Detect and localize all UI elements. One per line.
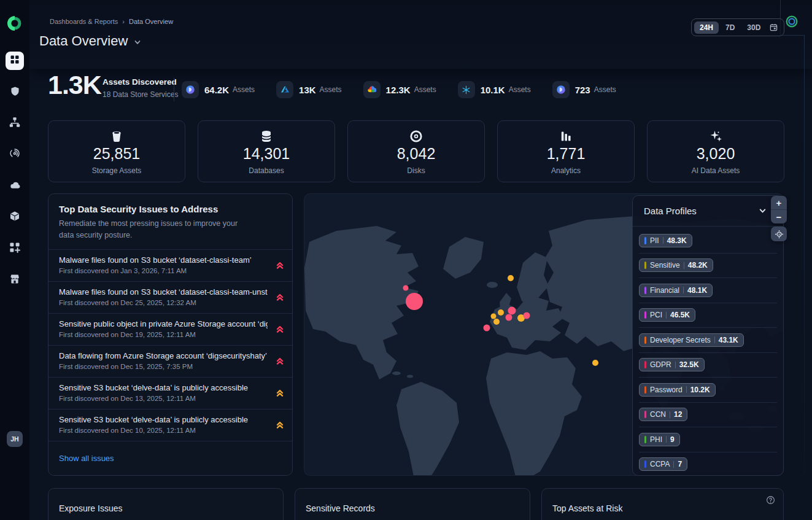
chevron-down-icon[interactable] [758,206,767,218]
issue-discovered-date: First discovered on Dec 13, 2025, 12:11 … [59,395,268,402]
stat-card-ai-data-assets[interactable]: 3,020AI Data Assets [647,120,784,182]
issue-discovered-date: First discovered on Dec 25, 2025, 12:32 … [59,299,268,306]
data-profile-tag-phi[interactable]: PHI9 [639,433,680,446]
stat-value: 8,042 [397,145,436,163]
shield-icon [10,86,20,99]
breadcrumb-item[interactable]: Dashboards & Reports [50,18,118,25]
orb-gradient-icon [552,81,570,98]
issue-discovered-date: First discovered on Dec 10, 2025, 12:11 … [59,427,268,434]
divider [684,262,684,269]
exposure-issues-panel: Exposure Issues [48,488,284,520]
issue-row[interactable]: Malware files found on S3 bucket ‘datase… [48,282,292,314]
stat-label: Databases [249,166,284,175]
map-data-dot-amber[interactable] [508,275,514,281]
map-data-dot-pink[interactable] [506,314,512,321]
data-profile-tag-ccn[interactable]: CCN12 [639,408,687,421]
tag-count: 48.2K [688,261,708,270]
divider [663,237,663,244]
tag-count: 48.1K [687,286,707,295]
stat-label: Analytics [551,166,581,175]
data-profile-row: Developer Secrets43.1K [639,328,777,353]
map-zoom-in-button[interactable]: + [771,196,787,209]
user-avatar[interactable]: JH [7,431,23,447]
tag-color-bar [644,311,646,319]
map-data-dot-pink[interactable] [524,312,530,319]
data-profile-tag-gdpr[interactable]: GDPR32.5K [639,358,705,371]
tag-label: PII [650,236,659,245]
data-profile-row: CCPA7 [639,452,777,477]
data-profile-tag-pii[interactable]: PII48.3K [639,234,692,247]
tag-color-bar [644,436,646,443]
severity-critical-icon [276,261,284,272]
chevron-down-icon [133,34,142,50]
show-all-issues-link[interactable]: Show all issues [48,441,125,475]
data-profile-tag-financial[interactable]: Financial48.1K [639,284,713,297]
provider-asset-counts: 64.2KAssets13KAssets12.3KAssets10.1KAsse… [182,81,616,98]
time-range-30d[interactable]: 30D [741,21,766,34]
stat-card-storage-assets[interactable]: 25,851Storage Assets [48,120,185,182]
tag-count: 10.2K [690,386,710,394]
sidebar-item-sitemap[interactable] [6,114,24,133]
stat-card-databases[interactable]: 14,301Databases [198,120,335,182]
sidebar-item-dashboard-grid[interactable] [6,52,24,70]
map-data-dot-amber[interactable] [592,360,598,366]
divider [666,312,667,319]
map-data-dot-pink[interactable] [406,293,423,310]
disk-icon [409,129,423,144]
tag-color-bar [644,460,646,468]
orb-gradient-icon [182,81,199,98]
sidebar-item-shield[interactable] [6,83,24,101]
breadcrumb: Dashboards & Reports › Data Overview [50,18,173,25]
provider-count: 64.2K [204,85,229,95]
time-range-7d[interactable]: 7D [720,21,740,34]
bucket-icon [109,129,124,144]
issue-row[interactable]: Malware files found on S3 bucket ‘datase… [48,250,292,282]
severity-critical-icon [276,293,284,304]
top-issues-panel: Top Data Security Issues to Address Reme… [48,193,293,476]
issue-row[interactable]: Sensitive S3 bucket ‘delve-data’ is publ… [48,378,292,409]
map-data-dot-pink[interactable] [403,285,409,291]
breadcrumb-separator: › [122,18,125,25]
time-range-24h[interactable]: 24H [694,21,719,34]
issue-row[interactable]: Sensitive public object in private Azure… [48,314,292,346]
issue-title: Malware files found on S3 bucket ‘datase… [59,287,268,297]
top-issues-header: Top Data Security Issues to Address Reme… [48,194,292,250]
issue-row[interactable]: Data flowing from Azure Storage account … [48,346,292,378]
provider-unit: Assets [320,85,342,94]
decorative-line [804,35,805,474]
calendar-icon[interactable] [767,21,781,34]
map-data-dot-amber[interactable] [498,309,504,316]
data-profile-tag-pci[interactable]: PCI46.5K [639,308,695,322]
brand-logo-icon[interactable] [7,16,22,31]
sidebar-item-storefront[interactable] [6,271,24,289]
issue-title: Sensitive S3 bucket ‘delve-data’ is publ… [59,383,268,392]
sidebar-item-apps-plus[interactable] [6,239,24,258]
decorative-line [780,35,804,36]
sidebar-item-cloud[interactable] [6,177,24,195]
map-zoom-controls: + − [771,196,787,223]
data-profile-row: PCI46.5K [639,303,777,328]
map-zoom-out-button[interactable]: − [771,210,787,223]
stat-card-disks[interactable]: 8,042Disks [347,120,485,182]
data-profile-tag-ccpa[interactable]: CCPA7 [639,457,687,471]
top-issues-title: Top Data Security Issues to Address [59,204,282,214]
map-data-dot-amber[interactable] [493,319,500,325]
data-profile-tag-password[interactable]: Password10.2K [639,383,716,397]
data-profiles-title: Data Profiles [644,206,697,216]
issue-row[interactable]: Sensitive S3 bucket ‘delve-data’ is publ… [48,409,292,441]
tag-color-bar [644,336,646,344]
issue-title: Malware files found on S3 bucket ‘datase… [59,255,268,265]
cube-icon [9,211,20,224]
map-data-dot-pink[interactable] [484,325,490,332]
map-locate-button[interactable] [771,227,787,241]
page-title-dropdown[interactable]: Data Overview [39,32,142,50]
sidebar-item-fingerprint[interactable] [6,146,24,164]
help-icon[interactable] [766,495,775,507]
breadcrumb-item[interactable]: Data Overview [129,18,173,25]
provider-asset-count: 10.1KAssets [458,81,531,98]
sidebar-item-cube[interactable] [6,208,24,227]
data-profile-tag-sensitive[interactable]: Sensitive48.2K [639,258,713,272]
data-profile-tag-developer-secrets[interactable]: Developer Secrets43.1K [639,333,744,347]
assistant-ring-icon[interactable] [785,15,798,28]
stat-card-analytics[interactable]: 1,771Analytics [497,120,635,182]
